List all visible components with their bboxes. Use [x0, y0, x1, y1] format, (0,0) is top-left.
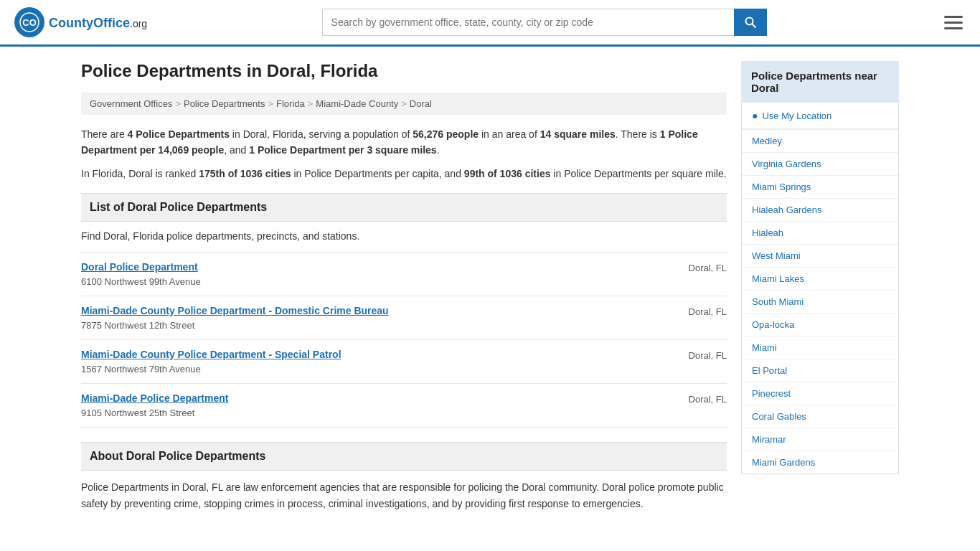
- summary-rank-text: In Florida, Doral is ranked 175th of 103…: [81, 166, 727, 182]
- list-item: Pinecrest: [742, 382, 898, 405]
- nearby-city-link[interactable]: Pinecrest: [742, 382, 898, 405]
- logo-icon: CO: [14, 7, 44, 37]
- listing-address: 7875 Northwest 12th Street: [81, 320, 194, 331]
- summary-per2-text: , and: [224, 144, 249, 156]
- hamburger-menu-button[interactable]: [941, 13, 966, 32]
- listing-address: 9105 Northwest 25th Street: [81, 408, 194, 418]
- summary-population: 56,276 people: [413, 128, 479, 140]
- menu-line: [944, 16, 963, 18]
- nearby-city-link[interactable]: El Portal: [742, 359, 898, 382]
- list-item: Hialeah: [742, 221, 898, 244]
- nearby-city-link[interactable]: Miramar: [742, 428, 898, 451]
- summary-count: 4 Police Departments: [128, 128, 230, 140]
- breadcrumb-item-0[interactable]: Government Offices: [90, 98, 172, 109]
- summary-before-count: There are: [81, 128, 128, 140]
- content-area: Police Departments in Doral, Florida Gov…: [81, 61, 727, 512]
- breadcrumb-item-1[interactable]: Police Departments: [184, 98, 265, 109]
- about-section-header: About Doral Police Departments: [81, 442, 727, 471]
- list-item: Medley: [742, 129, 898, 152]
- summary-after-count: in Doral, Florida, serving a population …: [230, 128, 413, 140]
- breadcrumb-item-4[interactable]: Doral: [410, 98, 432, 109]
- listing-name-link[interactable]: Doral Police Department: [81, 261, 674, 273]
- summary-area-text: in an area of: [479, 128, 540, 140]
- list-item: South Miami: [742, 290, 898, 313]
- listing-location: Doral, FL: [674, 261, 727, 273]
- table-row: Miami-Dade County Police Department - Do…: [81, 296, 727, 339]
- search-input[interactable]: [322, 9, 734, 36]
- nearby-city-link[interactable]: Hialeah Gardens: [742, 199, 898, 221]
- search-button[interactable]: [734, 9, 767, 36]
- search-area: [322, 9, 767, 36]
- listing-info: Miami-Dade Police Department 9105 Northw…: [81, 392, 674, 418]
- nearby-city-link[interactable]: Miami Lakes: [742, 268, 898, 290]
- list-item: West Miami: [742, 244, 898, 267]
- summary-area: 14 square miles: [540, 128, 616, 140]
- summary-per2: 1 Police Department per 3 square miles: [249, 144, 436, 156]
- nearby-city-link[interactable]: Opa-locka: [742, 314, 898, 336]
- list-item: Miami Lakes: [742, 267, 898, 290]
- table-row: Miami-Dade County Police Department - Sp…: [81, 339, 727, 383]
- sidebar: Police Departments near Doral ● Use My L…: [741, 61, 899, 512]
- menu-line: [944, 22, 963, 24]
- rank1: 175th of 1036 cities: [199, 168, 291, 179]
- list-item: Virginia Gardens: [742, 152, 898, 175]
- nearby-city-link[interactable]: Miami Gardens: [742, 451, 898, 474]
- about-text: Police Departments in Doral, FL are law …: [81, 479, 727, 512]
- nearby-city-link[interactable]: Coral Gables: [742, 405, 898, 428]
- list-item: Coral Gables: [742, 405, 898, 428]
- nearby-city-link[interactable]: Miami: [742, 336, 898, 359]
- listing-address: 6100 Northwest 99th Avenue: [81, 276, 201, 287]
- logo-area[interactable]: CO CountyOffice.org: [14, 7, 147, 37]
- nearby-city-link[interactable]: Miami Springs: [742, 176, 898, 198]
- breadcrumb-item-3[interactable]: Miami-Dade County: [316, 98, 398, 109]
- use-location-link[interactable]: Use My Location: [762, 110, 831, 121]
- nearby-city-link[interactable]: Hialeah: [742, 222, 898, 244]
- nearby-city-link[interactable]: West Miami: [742, 245, 898, 267]
- breadcrumb-separator: >: [268, 98, 273, 109]
- nearby-cities-list: Medley Virginia Gardens Miami Springs Hi…: [742, 129, 898, 474]
- main-container: Police Departments in Doral, Florida Gov…: [67, 47, 913, 526]
- list-item: Miramar: [742, 428, 898, 451]
- summary-text: There are 4 Police Departments in Doral,…: [81, 126, 727, 159]
- menu-line: [944, 27, 963, 29]
- list-item: Miami: [742, 336, 898, 359]
- list-section-header: List of Doral Police Departments: [81, 193, 727, 222]
- listing-location: Doral, FL: [674, 392, 727, 405]
- site-header: CO CountyOffice.org: [0, 0, 980, 47]
- list-item: Miami Springs: [742, 175, 898, 198]
- listing-name-link[interactable]: Miami-Dade County Police Department - Sp…: [81, 349, 674, 360]
- list-section-description: Find Doral, Florida police departments, …: [81, 230, 727, 242]
- listing-name-link[interactable]: Miami-Dade Police Department: [81, 392, 674, 404]
- breadcrumb: Government Offices > Police Departments …: [81, 93, 727, 115]
- listing-info: Miami-Dade County Police Department - Sp…: [81, 349, 674, 375]
- nearby-city-link[interactable]: Medley: [742, 130, 898, 152]
- listing-address: 1567 Northwest 79th Avenue: [81, 364, 201, 375]
- breadcrumb-separator: >: [175, 98, 181, 109]
- breadcrumb-item-2[interactable]: Florida: [276, 98, 305, 109]
- table-row: Miami-Dade Police Department 9105 Northw…: [81, 383, 727, 428]
- rank2: 99th of 1036 cities: [464, 168, 551, 179]
- rank-text1: In Florida, Doral is ranked: [81, 168, 199, 179]
- list-item: Opa-locka: [742, 313, 898, 336]
- svg-text:CO: CO: [22, 17, 37, 28]
- summary-per1-text: . There is: [616, 128, 660, 140]
- listing-name-link[interactable]: Miami-Dade County Police Department - Do…: [81, 305, 674, 316]
- list-item: El Portal: [742, 359, 898, 382]
- search-icon: [745, 17, 756, 28]
- listing-location: Doral, FL: [674, 305, 727, 317]
- breadcrumb-separator: >: [308, 98, 314, 109]
- nearby-city-link[interactable]: Virginia Gardens: [742, 153, 898, 175]
- breadcrumb-separator: >: [401, 98, 407, 109]
- summary-end1: .: [437, 144, 440, 156]
- listing-info: Doral Police Department 6100 Northwest 9…: [81, 261, 674, 287]
- list-item: Hialeah Gardens: [742, 198, 898, 221]
- sidebar-content: ● Use My Location Medley Virginia Garden…: [741, 103, 899, 474]
- listing-info: Miami-Dade County Police Department - Do…: [81, 305, 674, 331]
- use-location-item[interactable]: ● Use My Location: [742, 103, 898, 129]
- sidebar-title: Police Departments near Doral: [741, 61, 899, 103]
- location-pin-icon: ●: [752, 110, 758, 121]
- svg-line-3: [752, 24, 755, 28]
- nearby-city-link[interactable]: South Miami: [742, 291, 898, 313]
- rank-text3: in Police Departments per square mile.: [550, 168, 726, 179]
- logo-text: CountyOffice.org: [49, 14, 147, 31]
